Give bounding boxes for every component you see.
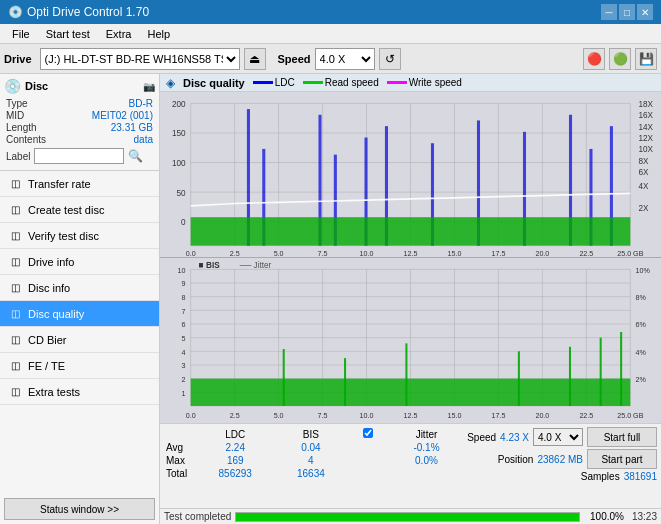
svg-text:17.5: 17.5 — [491, 411, 505, 420]
svg-text:7.5: 7.5 — [318, 411, 328, 420]
nav-disc-info[interactable]: ◫ Disc info — [0, 275, 159, 301]
svg-text:100: 100 — [172, 158, 186, 169]
extra-tests-icon: ◫ — [8, 385, 22, 399]
position-label: Position — [498, 454, 534, 465]
nav-fe-te[interactable]: ◫ FE / TE — [0, 353, 159, 379]
eject-button[interactable]: ⏏ — [244, 48, 266, 70]
row-avg-bis: 0.04 — [277, 441, 346, 454]
status-window-button[interactable]: Status window >> — [4, 498, 155, 520]
svg-text:8%: 8% — [635, 293, 646, 302]
disc-contents-label: Contents — [6, 134, 46, 145]
stats-right: Speed 4.23 X 4.0 X Start full Position 2… — [467, 427, 657, 505]
nav-disc-quality[interactable]: ◫ Disc quality — [0, 301, 159, 327]
disc-label-label: Label — [6, 151, 30, 162]
titlebar-title: 💿 Opti Drive Control 1.70 — [8, 5, 149, 19]
nav-verify-test-disc[interactable]: ◫ Verify test disc — [0, 223, 159, 249]
speed-label: Speed — [278, 53, 311, 65]
menu-start-test[interactable]: Start test — [38, 26, 98, 42]
lower-chart: ■ BIS ── Jitter 10 — [160, 258, 661, 423]
svg-text:5.0: 5.0 — [274, 411, 284, 420]
disc-header-text: Disc — [25, 80, 48, 92]
start-part-button[interactable]: Start part — [587, 449, 657, 469]
drive-info-icon: ◫ — [8, 255, 22, 269]
toolbar-btn-2[interactable]: 🟢 — [609, 48, 631, 70]
drive-toolbar: Drive (J:) HL-DT-ST BD-RE WH16NS58 TST4 … — [0, 44, 661, 74]
menu-file[interactable]: File — [4, 26, 38, 42]
svg-text:5: 5 — [182, 334, 186, 343]
refresh-button[interactable]: ↺ — [379, 48, 401, 70]
col-jitter: Jitter — [390, 427, 463, 441]
nav-drive-info[interactable]: ◫ Drive info — [0, 249, 159, 275]
disc-contents-row: Contents data — [4, 134, 155, 145]
disc-length-row: Length 23.31 GB — [4, 122, 155, 133]
svg-text:5.0: 5.0 — [274, 248, 284, 257]
samples-label: Samples — [581, 471, 620, 482]
nav-extra-tests[interactable]: ◫ Extra tests — [0, 379, 159, 405]
nav-verify-test-disc-label: Verify test disc — [28, 230, 99, 242]
stats-row-max: Max 169 4 0.0% — [164, 454, 463, 467]
samples-row: Samples 381691 — [581, 471, 657, 482]
menu-help[interactable]: Help — [139, 26, 178, 42]
nav-menu: ◫ Transfer rate ◫ Create test disc ◫ Ver… — [0, 171, 159, 494]
svg-rect-86 — [569, 347, 571, 406]
svg-text:150: 150 — [172, 128, 186, 139]
disc-mid-label: MID — [6, 110, 24, 121]
upper-chart: 200 150 100 50 0 18X 16X 14X 12X 10X 8X … — [160, 92, 661, 258]
cd-bier-icon: ◫ — [8, 333, 22, 347]
position-value: 23862 MB — [537, 454, 583, 465]
speed-select-stats[interactable]: 4.0 X — [533, 428, 583, 446]
position-row: Position 23862 MB Start part — [498, 449, 657, 469]
svg-text:6: 6 — [182, 320, 186, 329]
svg-text:17.5: 17.5 — [491, 248, 505, 257]
disc-section: 💿 Disc 📷 Type BD-R MID MEIT02 (001) Leng… — [0, 74, 159, 171]
svg-text:4: 4 — [182, 347, 186, 356]
svg-text:6X: 6X — [639, 167, 649, 178]
svg-text:25.0 GB: 25.0 GB — [617, 411, 643, 420]
ldc-color — [253, 81, 273, 84]
minimize-button[interactable]: ─ — [601, 4, 617, 20]
maximize-button[interactable]: □ — [619, 4, 635, 20]
svg-rect-85 — [518, 351, 520, 406]
row-max-jitter: 0.0% — [390, 454, 463, 467]
disc-length-value: 23.31 GB — [111, 122, 153, 133]
disc-length-label: Length — [6, 122, 37, 133]
svg-text:20.0: 20.0 — [535, 411, 549, 420]
jitter-checkbox[interactable] — [363, 428, 373, 438]
svg-rect-83 — [344, 358, 346, 406]
row-total-jitter — [390, 467, 463, 480]
svg-text:2.5: 2.5 — [230, 248, 240, 257]
svg-text:■ BIS: ■ BIS — [199, 260, 220, 271]
toolbar-btn-1[interactable]: 🔴 — [583, 48, 605, 70]
svg-text:8X: 8X — [639, 155, 649, 166]
lower-chart-svg: ■ BIS ── Jitter 10 — [160, 258, 661, 423]
toolbar-save[interactable]: 💾 — [635, 48, 657, 70]
start-full-button[interactable]: Start full — [587, 427, 657, 447]
svg-text:10: 10 — [178, 265, 186, 274]
svg-text:12X: 12X — [639, 133, 654, 144]
disc-label-row: Label 🔍 — [4, 146, 155, 166]
app-icon: 💿 — [8, 5, 23, 19]
disc-label-btn[interactable]: 🔍 — [128, 149, 143, 163]
stats-table: LDC BIS Jitter Avg 2.24 0.04 — [164, 427, 463, 505]
svg-text:3: 3 — [182, 361, 186, 370]
speed-label: Speed — [467, 432, 496, 443]
svg-text:── Jitter: ── Jitter — [239, 260, 272, 271]
menu-extra[interactable]: Extra — [98, 26, 140, 42]
svg-text:8: 8 — [182, 293, 186, 302]
close-button[interactable]: ✕ — [637, 4, 653, 20]
progress-bar-container: Test completed 100.0% 13:23 — [160, 508, 661, 524]
svg-text:16X: 16X — [639, 110, 654, 121]
disc-label-input[interactable] — [34, 148, 124, 164]
nav-create-test-disc[interactable]: ◫ Create test disc — [0, 197, 159, 223]
svg-text:2X: 2X — [639, 203, 649, 214]
nav-cd-bier[interactable]: ◫ CD Bier — [0, 327, 159, 353]
speed-select[interactable]: 4.0 X — [315, 48, 375, 70]
disc-header: 💿 Disc 📷 — [4, 78, 155, 94]
time-text: 13:23 — [632, 511, 657, 522]
svg-text:7.5: 7.5 — [318, 248, 328, 257]
row-max-label: Max — [164, 454, 194, 467]
nav-transfer-rate[interactable]: ◫ Transfer rate — [0, 171, 159, 197]
drive-select[interactable]: (J:) HL-DT-ST BD-RE WH16NS58 TST4 — [40, 48, 240, 70]
upper-chart-svg: 200 150 100 50 0 18X 16X 14X 12X 10X 8X … — [160, 92, 661, 257]
svg-text:2.5: 2.5 — [230, 411, 240, 420]
